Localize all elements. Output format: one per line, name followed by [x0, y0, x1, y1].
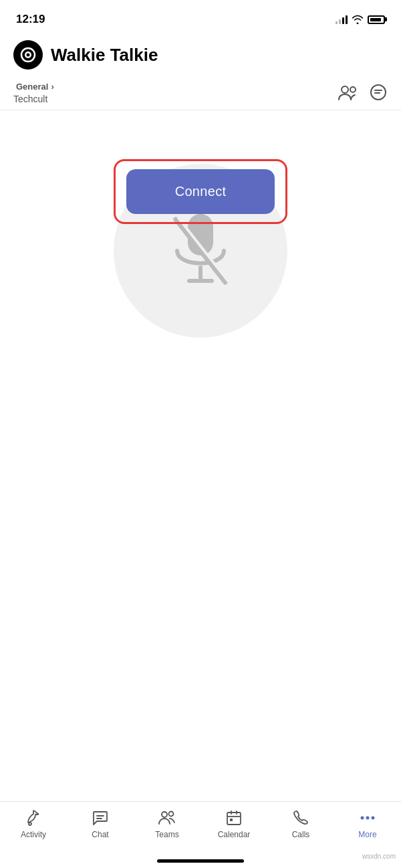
- app-header: Walkie Talkie: [0, 33, 401, 75]
- svg-rect-16: [227, 812, 241, 825]
- channel-team: Techcult: [13, 94, 54, 104]
- svg-point-21: [361, 817, 364, 820]
- svg-point-14: [162, 812, 167, 817]
- more-label: More: [358, 830, 376, 839]
- activity-icon: [24, 808, 43, 827]
- status-bar: 12:19: [0, 0, 401, 33]
- nav-item-chat[interactable]: Chat: [67, 808, 134, 839]
- connect-highlight-border: Connect: [114, 159, 287, 224]
- calls-icon: [291, 808, 310, 827]
- nav-item-teams[interactable]: Teams: [134, 808, 200, 839]
- teams-label: Teams: [155, 830, 178, 839]
- wifi-icon: [352, 15, 364, 24]
- more-icon: [358, 808, 377, 827]
- activity-label: Activity: [21, 830, 46, 839]
- calendar-label: Calendar: [218, 830, 251, 839]
- teams-icon: [158, 808, 176, 827]
- svg-rect-20: [230, 819, 233, 821]
- channel-name[interactable]: General›: [13, 80, 54, 92]
- watermark: wsxdn.com: [362, 853, 396, 860]
- channel-bar: General› Techcult: [0, 75, 401, 110]
- connect-button[interactable]: Connect: [126, 169, 275, 214]
- app-title: Walkie Talkie: [51, 45, 158, 66]
- svg-point-23: [372, 817, 375, 820]
- nav-item-calendar[interactable]: Calendar: [200, 808, 267, 839]
- calendar-icon: [225, 808, 243, 827]
- svg-point-3: [342, 86, 348, 93]
- calls-label: Calls: [292, 830, 310, 839]
- channel-actions: [338, 83, 388, 102]
- status-icons: [336, 15, 385, 24]
- svg-point-4: [350, 87, 356, 92]
- app-logo: [13, 40, 43, 70]
- nav-item-activity[interactable]: Activity: [0, 808, 67, 839]
- main-content: Connect: [0, 164, 401, 338]
- chat-nav-icon: [91, 808, 110, 827]
- svg-point-2: [27, 53, 30, 57]
- svg-point-11: [29, 823, 31, 825]
- chat-label: Chat: [92, 830, 108, 839]
- svg-point-22: [366, 817, 370, 820]
- bottom-nav: Activity Chat Teams: [0, 801, 401, 868]
- nav-item-calls[interactable]: Calls: [267, 808, 334, 839]
- chat-icon[interactable]: [369, 83, 388, 102]
- battery-icon: [368, 15, 385, 24]
- people-icon[interactable]: [338, 84, 358, 101]
- svg-point-15: [169, 812, 174, 817]
- signal-icon: [336, 15, 348, 24]
- home-indicator: [157, 859, 244, 863]
- status-time: 12:19: [16, 13, 45, 26]
- nav-item-more[interactable]: More: [334, 808, 401, 839]
- channel-info[interactable]: General› Techcult: [13, 80, 54, 104]
